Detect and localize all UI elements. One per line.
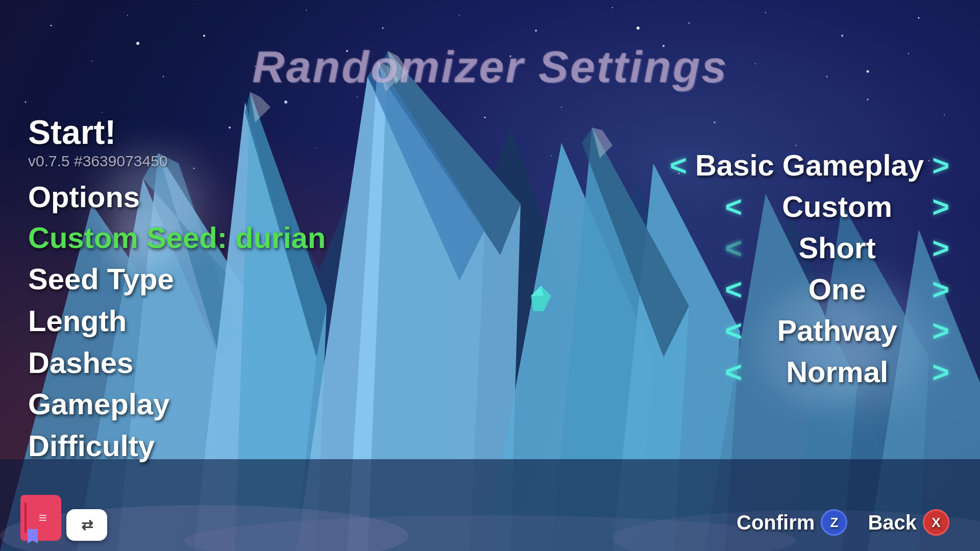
length-value: Short	[750, 231, 924, 265]
length-right-arrow[interactable]: >	[932, 233, 949, 263]
gameplay-left-arrow[interactable]: <	[725, 316, 742, 345]
dashes-value: One	[750, 272, 924, 306]
back-label: Back	[868, 511, 917, 534]
difficulty-right-arrow[interactable]: >	[932, 357, 949, 387]
confirm-key-badge: Z	[821, 509, 847, 536]
seed-type-row: < Custom >	[670, 189, 949, 223]
preset-left-arrow[interactable]: <	[670, 151, 687, 180]
bookmark	[28, 529, 38, 543]
book-icon[interactable]	[20, 495, 61, 541]
back-button[interactable]: Back X	[868, 509, 949, 536]
difficulty-row: < Normal >	[670, 355, 949, 389]
seed-type-right-arrow[interactable]: >	[932, 192, 949, 221]
preset-right-arrow[interactable]: >	[932, 151, 949, 180]
dashes-right-arrow[interactable]: >	[932, 274, 949, 304]
gameplay-right-arrow[interactable]: >	[932, 316, 949, 345]
start-button[interactable]: Start!	[28, 112, 326, 153]
dashes-label: Dashes	[28, 345, 326, 381]
confirm-button[interactable]: Confirm Z	[737, 509, 847, 536]
length-left-arrow[interactable]: <	[725, 233, 742, 263]
seed-type-label: Seed Type	[28, 261, 326, 297]
back-key: X	[932, 515, 940, 531]
confirm-label: Confirm	[737, 511, 815, 534]
seed-type-left-arrow[interactable]: <	[725, 192, 742, 221]
gameplay-row: < Pathway >	[670, 313, 949, 347]
confirm-key: Z	[830, 515, 838, 531]
length-label: Length	[28, 303, 326, 339]
swap-button[interactable]: ⇄	[66, 509, 107, 541]
right-settings: < Basic Gameplay > < Custom > < Short > …	[670, 148, 949, 396]
dashes-left-arrow[interactable]: <	[725, 274, 742, 304]
dashes-row: < One >	[670, 272, 949, 306]
gameplay-value: Pathway	[750, 313, 924, 347]
left-menu: Start! v0.7.5 #3639073450 Options Custom…	[28, 112, 326, 469]
page-title: Randomizer Settings	[0, 0, 980, 93]
swap-icon: ⇄	[81, 517, 93, 534]
preset-value: Basic Gameplay	[695, 148, 924, 182]
gameplay-label: Gameplay	[28, 386, 326, 422]
difficulty-value: Normal	[750, 355, 924, 389]
length-row: < Short >	[670, 231, 949, 265]
bottom-left-controls: ⇄	[20, 495, 107, 541]
difficulty-label: Difficulty	[28, 428, 326, 464]
difficulty-left-arrow[interactable]: <	[725, 357, 742, 387]
custom-seed-item[interactable]: Custom Seed: durian	[28, 220, 326, 256]
bottom-bar: Confirm Z Back X	[737, 509, 949, 536]
back-key-badge: X	[923, 509, 949, 536]
preset-row: < Basic Gameplay >	[670, 148, 949, 182]
seed-type-value: Custom	[750, 189, 924, 223]
options-button[interactable]: Options	[28, 179, 326, 215]
main-content: Randomizer Settings Start! v0.7.5 #36390…	[0, 0, 980, 551]
version-text: v0.7.5 #3639073450	[28, 153, 326, 170]
